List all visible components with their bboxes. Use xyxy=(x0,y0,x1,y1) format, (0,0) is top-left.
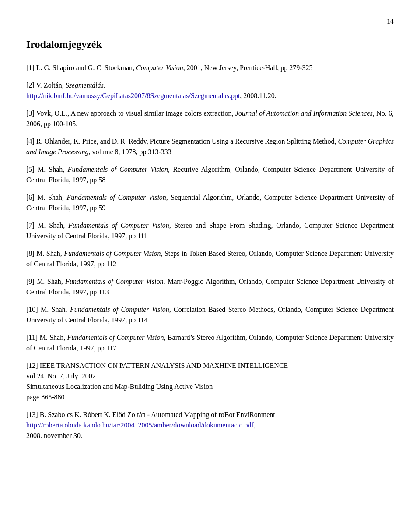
ref-label: [11] xyxy=(26,334,39,341)
ref-text: Vovk, O.L., A new approach to visual sim… xyxy=(26,109,394,127)
list-item: [9] M. Shah, Fundamentals of Computer Vi… xyxy=(26,276,394,297)
ref-text: M. Shah, Fundamentals of Computer Vision… xyxy=(26,194,394,212)
list-item: [13] B. Szabolcs K. Róbert K. Előd Zoltá… xyxy=(26,410,394,441)
ref-label: [12] xyxy=(26,362,40,369)
ref-text: M. Shah, Fundamentals of Computer Vision… xyxy=(26,222,394,240)
list-item: [11] M. Shah, Fundamentals of Computer V… xyxy=(26,332,394,353)
list-item: [12] IEEE TRANSACTION ON PATTERN ANALYSI… xyxy=(26,360,394,403)
list-item: [2] V. Zoltán, Szegmentálás, http://nik.… xyxy=(26,80,394,101)
ref-text: M. Shah, Fundamentals of Computer Vision… xyxy=(26,250,394,268)
ref-label: [3] xyxy=(26,109,36,117)
reference-list: [1] L. G. Shapiro and G. C. Stockman, Co… xyxy=(26,63,394,441)
ref-label: [5] xyxy=(26,166,38,173)
ref-label: [13] xyxy=(26,411,40,418)
ref-link[interactable]: http://nik.bmf.hu/vamossy/GepiLatas2007/… xyxy=(26,92,240,99)
list-item: [10] M. Shah, Fundamentals of Computer V… xyxy=(26,304,394,325)
ref-text: R. Ohlander, K. Price, and D. R. Reddy, … xyxy=(26,138,394,155)
ref-label: [8] xyxy=(26,250,36,257)
ref-text: M. Shah, Fundamentals of Computer Vision… xyxy=(26,306,394,324)
list-item: [3] Vovk, O.L., A new approach to visual… xyxy=(26,108,394,129)
ref-link-13[interactable]: http://roberta.obuda.kando.hu/iar/2004_2… xyxy=(26,421,254,429)
ref-label: [7] xyxy=(26,222,38,229)
list-item: [1] L. G. Shapiro and G. C. Stockman, Co… xyxy=(26,63,394,73)
ref-label: [6] xyxy=(26,194,37,201)
list-item: [6] M. Shah, Fundamentals of Computer Vi… xyxy=(26,192,394,213)
ref-text: M. Shah, Fundamentals of Computer Vision… xyxy=(26,334,394,352)
ref-text: IEEE TRANSACTION ON PATTERN ANALYSIS AND… xyxy=(26,362,288,401)
ref-text: B. Szabolcs K. Róbert K. Előd Zoltán - A… xyxy=(26,411,275,439)
ref-label: [2] xyxy=(26,81,36,89)
ref-text: M. Shah, Fundamentals of Computer Vision… xyxy=(26,278,394,296)
ref-label: [9] xyxy=(26,278,37,285)
ref-label: [10] xyxy=(26,306,41,313)
page-number: 14 xyxy=(26,18,394,25)
ref-text: M. Shah, Fundamentals of Computer Vision… xyxy=(26,166,394,184)
list-item: [5] M. Shah, Fundamentals of Computer Vi… xyxy=(26,164,394,185)
list-item: [4] R. Ohlander, K. Price, and D. R. Red… xyxy=(26,136,394,157)
ref-label: [4] xyxy=(26,138,36,145)
list-item: [7] M. Shah, Fundamentals of Computer Vi… xyxy=(26,220,394,241)
ref-text: L. G. Shapiro and G. C. Stockman, Comput… xyxy=(36,64,313,71)
page-title: Irodalomjegyzék xyxy=(26,39,394,50)
ref-label: [1] xyxy=(26,64,36,71)
list-item: [8] M. Shah, Fundamentals of Computer Vi… xyxy=(26,248,394,269)
ref-text: V. Zoltán, Szegmentálás, http://nik.bmf.… xyxy=(26,81,276,99)
